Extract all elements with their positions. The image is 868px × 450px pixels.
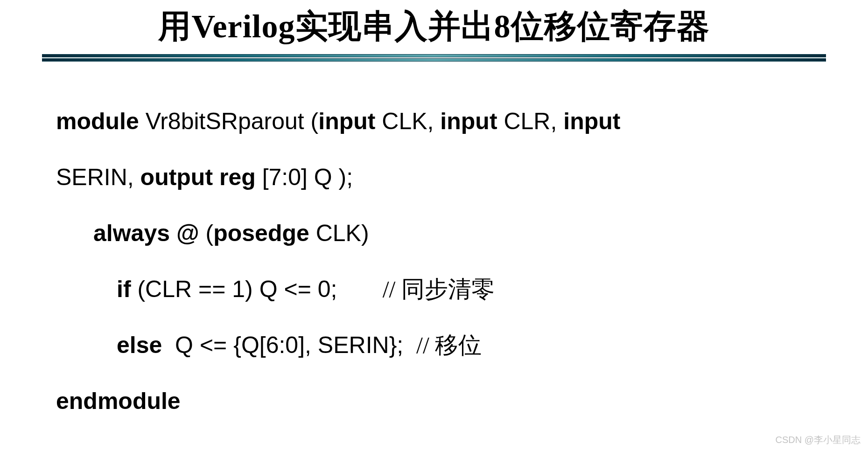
code-text: [7:0] Q ); [256,164,353,190]
code-line-5: else Q <= {Q[6:0], SERIN}; // 移位 [56,317,831,373]
code-text: SERIN, [56,164,140,190]
slide-title: 用Verilog实现串入并出8位移位寄存器 [37,5,831,48]
keyword-module: module [56,108,139,134]
keyword-posedge: posedge [213,220,309,246]
slide-container: 用Verilog实现串入并出8位移位寄存器 module Vr8bitSRpar… [0,0,868,429]
keyword-if: if [117,276,131,302]
keyword-input: input [318,108,375,134]
title-divider [42,54,826,61]
keyword-input: input [563,108,620,134]
code-text: (CLR == 1) Q <= 0; [131,276,383,302]
code-comment: // 移位 [416,332,482,358]
code-line-2: SERIN, output reg [7:0] Q ); [56,149,831,205]
code-line-4: if (CLR == 1) Q <= 0; // 同步清零 [56,261,831,317]
code-text: CLR, [497,108,564,134]
keyword-else: else [117,332,162,358]
code-line-3: always @ (posedge CLK) [56,205,831,261]
keyword-always: always @ [93,220,199,246]
keyword-input: input [440,108,497,134]
keyword-output-reg: output reg [140,164,256,190]
code-text: CLK, [375,108,440,134]
code-line-1: module Vr8bitSRparout (input CLK, input … [56,93,831,149]
code-text: Vr8bitSRparout ( [139,108,318,134]
code-comment: // 同步清零 [383,276,495,302]
keyword-endmodule: endmodule [56,388,181,414]
code-text: CLK) [309,220,369,246]
code-text: ( [199,220,214,246]
code-text: Q <= {Q[6:0], SERIN}; [162,332,416,358]
code-line-6: endmodule [56,373,831,429]
code-block: module Vr8bitSRparout (input CLK, input … [37,79,831,429]
watermark: CSDN @李小星同志 [775,434,861,446]
